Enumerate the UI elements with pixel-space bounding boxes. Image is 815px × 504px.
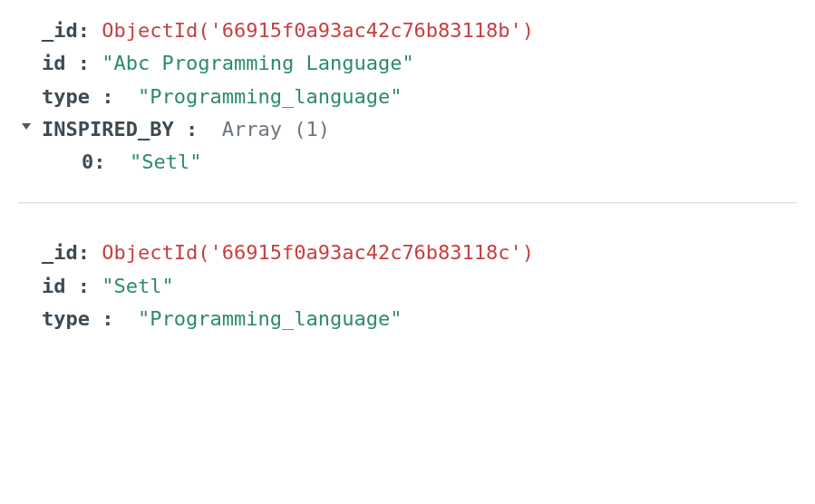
- field-value: "Abc Programming Language": [102, 47, 413, 80]
- field-colon: :: [102, 303, 126, 335]
- caret-down-icon[interactable]: [18, 118, 34, 134]
- field-value: "Setl": [118, 146, 202, 179]
- field-row[interactable]: 0 : "Setl": [18, 146, 797, 179]
- field-value: Array (1): [209, 113, 329, 146]
- field-colon: :: [186, 113, 210, 146]
- field-row[interactable]: id : "Setl": [18, 270, 797, 303]
- document: _id : ObjectId('66915f0a93ac42c76b83118b…: [18, 9, 797, 189]
- field-key: type: [42, 303, 102, 335]
- field-key: id: [42, 47, 78, 80]
- field-colon: :: [102, 81, 126, 113]
- field-key: 0: [82, 146, 93, 179]
- field-value: ObjectId('66915f0a93ac42c76b83118b'): [102, 15, 534, 47]
- field-value: ObjectId('66915f0a93ac42c76b83118c'): [102, 237, 534, 269]
- field-key: INSPIRED_BY: [42, 113, 186, 146]
- field-value: "Setl": [102, 270, 173, 303]
- field-value: "Programming_language": [126, 81, 403, 113]
- field-row[interactable]: id : "Abc Programming Language": [18, 47, 797, 80]
- field-colon: :: [78, 270, 102, 303]
- field-row[interactable]: _id : ObjectId('66915f0a93ac42c76b83118b…: [18, 15, 797, 47]
- field-value: "Programming_language": [126, 303, 403, 335]
- field-row[interactable]: type : "Programming_language": [18, 81, 797, 113]
- field-colon: :: [93, 146, 118, 179]
- document-divider: [18, 202, 797, 204]
- field-colon: :: [78, 15, 102, 47]
- svg-marker-0: [22, 123, 31, 130]
- field-row[interactable]: INSPIRED_BY : Array (1): [18, 113, 797, 146]
- field-row[interactable]: type : "Programming_language": [18, 303, 797, 335]
- field-key: _id: [42, 15, 78, 47]
- field-key: type: [42, 81, 102, 113]
- document: _id : ObjectId('66915f0a93ac42c76b83118c…: [18, 231, 797, 346]
- field-colon: :: [78, 237, 102, 269]
- field-key: _id: [42, 237, 78, 269]
- field-key: id: [42, 270, 78, 303]
- field-colon: :: [78, 47, 102, 80]
- field-row[interactable]: _id : ObjectId('66915f0a93ac42c76b83118c…: [18, 237, 797, 269]
